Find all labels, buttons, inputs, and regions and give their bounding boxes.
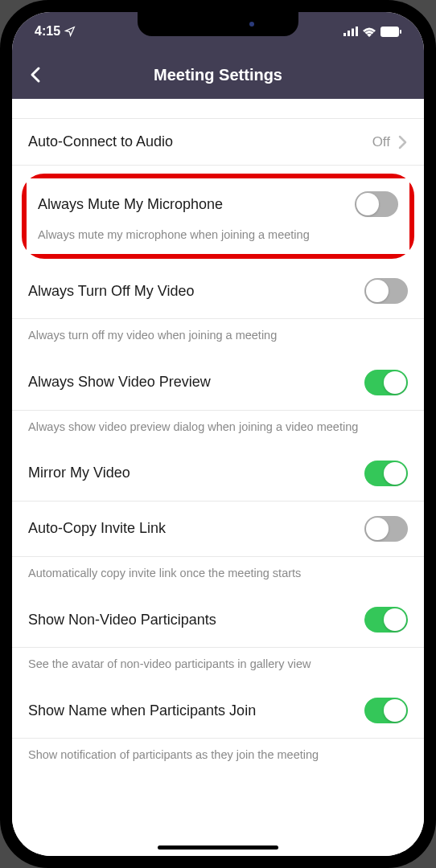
turn-off-video-desc: Always turn off my video when joining a … (12, 319, 424, 354)
auto-copy-desc: Automatically copy invite link once the … (12, 557, 424, 592)
video-preview-row[interactable]: Always Show Video Preview (12, 355, 424, 411)
auto-connect-value: Off (372, 134, 390, 150)
auto-copy-toggle[interactable] (364, 516, 408, 542)
turn-off-video-row[interactable]: Always Turn Off My Video (12, 264, 424, 319)
notch (138, 12, 298, 36)
non-video-label: Show Non-Video Participants (28, 612, 364, 628)
show-name-label: Show Name when Participants Join (28, 702, 364, 719)
status-time: 4:15 (35, 24, 60, 39)
nav-bar: Meeting Settings (12, 51, 424, 99)
mute-mic-label: Always Mute My Microphone (38, 196, 355, 213)
signal-icon (343, 27, 358, 36)
page-title: Meeting Settings (154, 66, 282, 84)
home-indicator[interactable] (158, 845, 278, 850)
video-preview-label: Always Show Video Preview (28, 374, 364, 391)
turn-off-video-label: Always Turn Off My Video (28, 283, 364, 300)
phone-frame: 4:15 Meeting Settings Auto-Connect to Au… (0, 0, 436, 868)
video-preview-desc: Always show video preview dialog when jo… (12, 411, 424, 446)
auto-connect-label: Auto-Connect to Audio (28, 133, 372, 150)
mute-mic-toggle[interactable] (355, 191, 398, 217)
turn-off-video-toggle[interactable] (364, 278, 408, 304)
svg-rect-4 (380, 27, 399, 37)
auto-copy-label: Auto-Copy Invite Link (28, 520, 364, 537)
non-video-desc: See the avatar of non-video participants… (12, 648, 424, 683)
video-preview-toggle[interactable] (364, 370, 408, 395)
mute-mic-row[interactable]: Always Mute My Microphone (27, 178, 409, 227)
highlighted-mute-section: Always Mute My Microphone Always mute my… (22, 174, 414, 259)
svg-rect-5 (400, 30, 401, 34)
non-video-toggle[interactable] (364, 607, 408, 633)
non-video-row[interactable]: Show Non-Video Participants (12, 592, 424, 648)
auto-copy-row[interactable]: Auto-Copy Invite Link (12, 502, 424, 557)
content-area[interactable]: Auto-Connect to Audio Off Always Mute My… (12, 99, 424, 856)
svg-rect-0 (343, 33, 346, 36)
svg-rect-1 (348, 31, 350, 36)
show-name-row[interactable]: Show Name when Participants Join (12, 683, 424, 739)
mirror-video-toggle[interactable] (364, 461, 408, 486)
mute-mic-desc: Always mute my microphone when joining a… (27, 227, 409, 254)
show-name-toggle[interactable] (364, 698, 408, 723)
battery-icon (380, 27, 401, 37)
mirror-video-row[interactable]: Mirror My Video (12, 446, 424, 502)
wifi-icon (362, 27, 376, 37)
svg-rect-3 (356, 27, 358, 36)
chevron-right-icon (398, 135, 408, 149)
svg-rect-2 (352, 29, 354, 37)
show-name-desc: Show notification of participants as the… (12, 739, 424, 774)
back-chevron-icon[interactable] (27, 65, 46, 84)
mirror-video-label: Mirror My Video (28, 465, 364, 481)
location-icon (64, 26, 76, 37)
screen: 4:15 Meeting Settings Auto-Connect to Au… (12, 12, 424, 856)
auto-connect-row[interactable]: Auto-Connect to Audio Off (12, 118, 424, 166)
